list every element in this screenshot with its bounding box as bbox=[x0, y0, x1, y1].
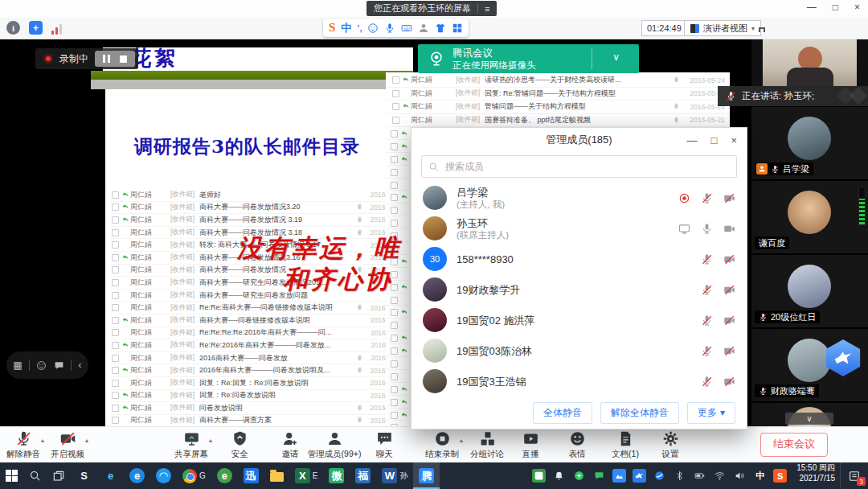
stop-recording-button[interactable] bbox=[120, 55, 127, 63]
apps-icon[interactable]: ▦ bbox=[13, 360, 22, 371]
info-icon[interactable]: i bbox=[6, 21, 20, 35]
xunlei-tray-icon[interactable] bbox=[633, 469, 646, 483]
reply-icon bbox=[121, 341, 130, 350]
muted-camera-icon[interactable] bbox=[723, 284, 735, 296]
punctuation-icon[interactable]: ’, bbox=[357, 23, 362, 33]
bluetooth-icon[interactable] bbox=[673, 469, 686, 483]
start-button[interactable] bbox=[0, 462, 23, 489]
more-button[interactable]: 更多 ▾ bbox=[687, 402, 735, 424]
battery-icon[interactable] bbox=[693, 469, 706, 483]
keyboard-icon[interactable] bbox=[401, 23, 412, 34]
taskbar-clock[interactable]: 15:50 周四 2021/7/15 bbox=[796, 462, 835, 489]
muted-mic-icon[interactable] bbox=[701, 192, 713, 204]
chevron-up-icon[interactable]: ▴ bbox=[85, 437, 88, 444]
skin-icon[interactable] bbox=[435, 23, 446, 34]
recording-status-icon[interactable] bbox=[678, 192, 690, 204]
browser360-icon[interactable]: e bbox=[211, 462, 238, 489]
input-method-toolbar[interactable]: S中’, bbox=[323, 18, 469, 37]
search-input[interactable] bbox=[444, 160, 730, 173]
muted-camera-icon[interactable] bbox=[723, 253, 735, 265]
browser-tray-icon[interactable] bbox=[653, 469, 666, 483]
unmute-all-button[interactable]: 解除全体静音 bbox=[600, 402, 679, 424]
muted-mic-icon[interactable] bbox=[701, 376, 713, 388]
antivirus-tray-icon[interactable] bbox=[572, 469, 586, 483]
muted-mic-icon[interactable] bbox=[701, 314, 713, 327]
speaker-video-tile[interactable] bbox=[751, 39, 868, 86]
member-row[interactable]: 吕学梁(主持人, 我) bbox=[411, 183, 747, 213]
member-row[interactable]: 19国贸02 施洪萍 bbox=[411, 305, 747, 335]
chevron-down-icon[interactable]: ∨ bbox=[612, 51, 620, 63]
maximize-button[interactable]: □ bbox=[833, 2, 838, 13]
xunlei-icon[interactable]: 迅 bbox=[238, 462, 264, 489]
collapse-icon[interactable]: ‹ bbox=[78, 359, 81, 371]
member-row[interactable]: 30158****8930 bbox=[411, 244, 747, 274]
panel-minimize-button[interactable]: — bbox=[687, 134, 698, 146]
mic-icon[interactable] bbox=[701, 223, 713, 235]
screenrec-tray-icon[interactable] bbox=[532, 469, 546, 483]
video-tile[interactable]: 财政骆端骞 bbox=[751, 329, 868, 401]
member-row[interactable]: 19国贸03陈治林 bbox=[411, 335, 747, 366]
action-center-button[interactable]: 3 bbox=[840, 462, 868, 489]
meeting-icon[interactable]: 腾 bbox=[413, 462, 440, 489]
excel-icon[interactable]: XE bbox=[289, 462, 324, 489]
muted-mic-icon[interactable] bbox=[701, 253, 713, 265]
sogou-logo-icon[interactable]: S bbox=[329, 21, 335, 35]
muted-camera-icon[interactable] bbox=[723, 314, 735, 327]
video-tile[interactable]: 吕学梁 bbox=[751, 107, 868, 179]
video-tile[interactable]: 谦百度 bbox=[751, 181, 868, 253]
panel-maximize-button[interactable]: □ bbox=[711, 134, 718, 146]
screen-share-icon[interactable] bbox=[678, 223, 690, 235]
close-button[interactable]: × bbox=[854, 2, 860, 13]
muted-camera-icon[interactable] bbox=[723, 345, 735, 357]
person-icon[interactable] bbox=[418, 23, 429, 34]
ime-icon[interactable]: 中 bbox=[753, 469, 767, 483]
ie-icon[interactable]: e bbox=[97, 462, 124, 489]
sogou-icon[interactable]: S bbox=[71, 462, 97, 489]
wifi-icon[interactable] bbox=[713, 469, 727, 483]
explorer-icon[interactable] bbox=[264, 462, 289, 489]
shield-icon[interactable]: + bbox=[29, 21, 43, 35]
search-button[interactable] bbox=[23, 462, 47, 489]
minimize-button[interactable]: — bbox=[807, 2, 817, 13]
mute-all-button[interactable]: 全体静音 bbox=[533, 402, 592, 424]
member-row[interactable]: 19财政黎学升 bbox=[411, 274, 747, 305]
video-tile-partial[interactable]: ∨ bbox=[751, 403, 868, 426]
member-search-box[interactable] bbox=[421, 155, 737, 178]
banner-menu-icon[interactable]: ≡ bbox=[485, 4, 489, 14]
emoji-icon[interactable] bbox=[367, 23, 379, 34]
fullscreen-icon[interactable] bbox=[759, 23, 769, 33]
toolbar-gear-button[interactable]: 设置 bbox=[633, 430, 707, 460]
muted-mic-icon[interactable] bbox=[701, 345, 713, 357]
toolbox-icon[interactable] bbox=[452, 23, 463, 34]
sogou-tray-icon[interactable]: S bbox=[773, 469, 787, 483]
wechat-icon[interactable]: 微 bbox=[323, 462, 350, 489]
muted-camera-icon[interactable] bbox=[723, 192, 735, 204]
emoji-icon[interactable] bbox=[36, 360, 47, 371]
member-row[interactable]: 19国贸3王浩锦 bbox=[411, 366, 747, 397]
bell-icon[interactable] bbox=[552, 469, 566, 483]
task-view-button[interactable] bbox=[47, 462, 71, 489]
toolbar-cam-button[interactable]: 开启视频▴ bbox=[31, 430, 104, 460]
word-icon[interactable]: W孙 bbox=[376, 462, 413, 489]
camera-icon[interactable] bbox=[723, 223, 735, 235]
view-mode-dropdown[interactable]: 演讲者视图 ▾ bbox=[684, 20, 761, 36]
meeting-tray-icon[interactable] bbox=[612, 469, 626, 483]
pause-recording-button[interactable] bbox=[103, 55, 110, 63]
member-row[interactable]: 孙玉环(联席主持人) bbox=[411, 213, 747, 244]
chrome-icon[interactable]: G bbox=[177, 462, 211, 489]
fu-app-icon[interactable]: 福 bbox=[350, 462, 376, 489]
chat-icon[interactable] bbox=[54, 360, 64, 371]
muted-mic-icon[interactable] bbox=[701, 284, 713, 296]
wechat-tray-icon[interactable] bbox=[592, 469, 606, 483]
end-meeting-button[interactable]: 结束会议 bbox=[760, 433, 828, 457]
volume-icon[interactable] bbox=[733, 469, 747, 483]
browser-icon[interactable]: ◠ bbox=[150, 462, 177, 489]
muted-camera-icon[interactable] bbox=[723, 376, 735, 388]
email-row: 周仁娟[收件箱]回复：Re:回复：Re:问卷发放说明2016-03-07 bbox=[110, 377, 405, 390]
collapse-tiles-button[interactable]: ∨ bbox=[785, 413, 833, 425]
panel-close-button[interactable]: × bbox=[731, 134, 737, 146]
mic-icon[interactable] bbox=[384, 23, 395, 34]
video-tile[interactable]: 20级位红日 bbox=[751, 255, 868, 327]
edge-icon[interactable]: e bbox=[124, 462, 150, 489]
chinese-mode-icon[interactable]: 中 bbox=[341, 21, 351, 35]
